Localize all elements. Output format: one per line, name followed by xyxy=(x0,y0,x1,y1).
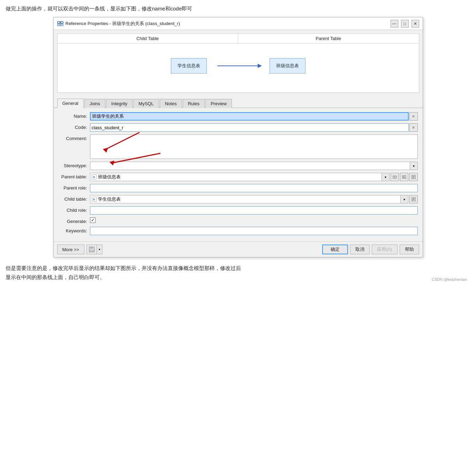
code-label: Code: xyxy=(59,123,90,130)
parent-table-box: 班级信息表 xyxy=(270,58,305,74)
parent-table-dropdown-button[interactable]: ▾ xyxy=(382,173,390,181)
parent-table-properties-button[interactable] xyxy=(409,173,418,181)
reference-icon xyxy=(57,21,63,27)
parent-table-browse-button[interactable] xyxy=(400,173,408,181)
dialog-titlebar: Reference Properties - 班级学生的关系 (class_st… xyxy=(54,17,423,30)
code-row: Code: = xyxy=(59,123,418,132)
save-dropdown[interactable]: ▾ xyxy=(86,245,103,254)
bottom-text: 但是需要注意的是，修改完毕后显示的结果却如下图所示，并没有办法直接像概念模型那样… xyxy=(6,264,470,281)
cancel-button[interactable]: 取消 xyxy=(350,245,370,254)
diagram-header: Child Table Parent Table xyxy=(58,34,419,44)
save-svg-icon xyxy=(89,247,95,252)
apply-button[interactable]: 应用(A) xyxy=(372,245,397,254)
tab-integrity[interactable]: Integrity xyxy=(106,99,133,108)
parent-role-row: Parent role: xyxy=(59,184,418,192)
bottom-section: 但是需要注意的是，修改完毕后显示的结果却如下图所示，并没有办法直接像概念模型那样… xyxy=(6,264,470,281)
comment-row: Comment: xyxy=(59,134,418,159)
generate-checkbox[interactable]: ✓ xyxy=(90,217,96,223)
name-row: Name: = xyxy=(59,112,418,121)
name-label: Name: xyxy=(59,112,90,119)
form-area: Name: = Code: = Comment: Stereotype: ▾ P… xyxy=(54,108,423,241)
child-table-label: Child table: xyxy=(59,195,90,202)
child-table-value: 学生信息表 xyxy=(98,196,121,202)
stereotype-label: Stereotype: xyxy=(59,162,90,168)
stereotype-dropdown-button[interactable]: ▾ xyxy=(410,162,418,170)
tabs-bar: General Joins Integrity MySQL Notes Rule… xyxy=(54,96,423,108)
generate-label: Generate: xyxy=(59,217,90,224)
dialog-footer: More >> ▾ 确定 取消 应用(A) 帮助 xyxy=(54,241,423,257)
save-dropdown-arrow[interactable]: ▾ xyxy=(97,245,102,254)
svg-rect-0 xyxy=(58,22,60,23)
dialog-window: Reference Properties - 班级学生的关系 (class_st… xyxy=(53,17,423,257)
save-icon xyxy=(87,247,97,252)
child-role-input[interactable] xyxy=(90,206,418,215)
diagram-canvas: 学生信息表 班级信息表 xyxy=(58,44,419,88)
title-controls: — □ ✕ xyxy=(391,20,419,28)
tab-preview[interactable]: Preview xyxy=(205,99,232,108)
parent-role-input[interactable] xyxy=(90,184,418,192)
parent-role-label: Parent role: xyxy=(59,184,90,191)
comment-textarea[interactable] xyxy=(90,134,418,159)
dialog-title: Reference Properties - 班级学生的关系 (class_st… xyxy=(66,21,180,27)
child-table-properties-button[interactable] xyxy=(409,195,418,203)
csdn-tag: CSDN @kejizhentan xyxy=(432,277,467,281)
svg-rect-21 xyxy=(90,247,93,249)
comment-label: Comment: xyxy=(59,134,90,141)
parent-table-value: 班级信息表 xyxy=(98,174,121,180)
child-role-row: Child role: xyxy=(59,206,418,215)
tab-notes[interactable]: Notes xyxy=(160,99,182,108)
stereotype-input[interactable] xyxy=(90,162,410,170)
code-input[interactable] xyxy=(90,123,409,132)
name-equal-button[interactable]: = xyxy=(409,112,418,121)
child-role-label: Child role: xyxy=(59,206,90,213)
child-table-dropdown-button[interactable]: ▾ xyxy=(401,195,408,203)
svg-rect-4 xyxy=(58,24,60,26)
maximize-button[interactable]: □ xyxy=(401,20,409,28)
arrow-line xyxy=(217,65,259,66)
svg-rect-5 xyxy=(61,24,63,26)
keywords-label: Keywords: xyxy=(59,227,90,233)
name-input[interactable] xyxy=(90,112,409,121)
child-table-row: Child table: ⊞ 学生信息表 ▾ xyxy=(59,195,418,203)
ok-button[interactable]: 确定 xyxy=(322,245,348,254)
table-icon-child: ⊞ xyxy=(92,197,97,202)
bottom-text-line2: 显示在中间的那条线上面，自己明白即可。 xyxy=(6,273,470,282)
keywords-row: Keywords: xyxy=(59,227,418,235)
svg-rect-22 xyxy=(90,249,94,252)
code-equal-button[interactable]: = xyxy=(409,123,418,132)
child-table-header: Child Table xyxy=(58,34,239,43)
tab-joins[interactable]: Joins xyxy=(84,99,105,108)
svg-point-10 xyxy=(403,176,405,178)
help-button[interactable]: 帮助 xyxy=(400,245,419,254)
minimize-button[interactable]: — xyxy=(391,20,398,28)
child-table-box: 学生信息表 xyxy=(171,58,207,74)
diagram-arrow xyxy=(217,65,259,66)
parent-table-new-button[interactable] xyxy=(391,173,399,181)
top-text: 做完上面的操作，就可以双击中间的一条线，显示如下图，修改name和code即可 xyxy=(6,6,470,12)
table-icon-parent: ⊞ xyxy=(92,175,97,179)
tab-mysql[interactable]: MySQL xyxy=(133,99,159,108)
generate-row: Generate: ✓ xyxy=(59,217,418,224)
more-button[interactable]: More >> xyxy=(57,245,84,254)
tab-rules[interactable]: Rules xyxy=(183,99,205,108)
close-button[interactable]: ✕ xyxy=(411,20,419,28)
diagram-area: Child Table Parent Table 学生信息表 班级信息表 xyxy=(57,33,419,93)
title-left: Reference Properties - 班级学生的关系 (class_st… xyxy=(57,21,180,27)
keywords-input[interactable] xyxy=(90,227,418,235)
bottom-text-line1: 但是需要注意的是，修改完毕后显示的结果却如下图所示，并没有办法直接像概念模型那样… xyxy=(6,264,470,273)
tab-general[interactable]: General xyxy=(57,99,84,108)
parent-table-row: Parent table: ⊞ 班级信息表 ▾ xyxy=(59,173,418,181)
stereotype-row: Stereotype: ▾ xyxy=(59,162,418,170)
parent-table-label: Parent table: xyxy=(59,173,90,179)
parent-table-header: Parent Table xyxy=(238,34,419,43)
